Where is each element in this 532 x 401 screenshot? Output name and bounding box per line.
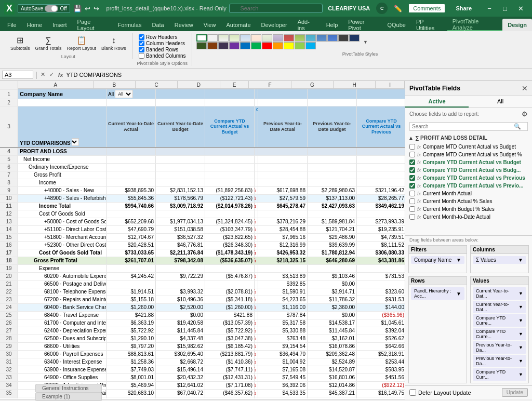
cell-28h[interactable]: $526.62 <box>357 335 405 342</box>
cell-30a[interactable]: 66000 · Payroll Expenses <box>18 351 107 358</box>
tab-home[interactable]: Home <box>22 19 47 31</box>
cell-4b[interactable] <box>107 148 156 155</box>
cell-9e[interactable]: -66.8% <box>255 187 258 194</box>
tab-qqube[interactable]: QQube <box>382 19 410 31</box>
blank-rows-button[interactable]: ↕ Blank Rows <box>99 35 128 52</box>
cell-7g[interactable] <box>308 171 357 179</box>
values-dropdown-icon[interactable]: ▼ <box>518 291 523 296</box>
pen-icon[interactable]: ✏️ <box>392 4 404 14</box>
cell-21f[interactable]: $392.85 <box>258 280 308 288</box>
cell-16f[interactable]: $12,316.99 <box>258 242 308 249</box>
cell-23d[interactable]: ($5,341.18) <box>205 296 255 303</box>
style-swatch-26[interactable] <box>305 42 316 49</box>
cell-8h[interactable] <box>357 179 405 186</box>
style-swatch-25[interactable] <box>295 42 305 49</box>
share-button[interactable]: Share <box>449 4 478 13</box>
cell-8e[interactable] <box>255 179 258 186</box>
cell-25e[interactable] <box>255 312 258 319</box>
cell-10h[interactable]: $28,265.77 <box>357 195 405 202</box>
banded-rows-checkbox-row[interactable]: Banded Rows <box>139 47 186 52</box>
pivot-search-input[interactable] <box>412 124 514 129</box>
cell-25g[interactable]: $0.00 <box>308 312 357 319</box>
style-swatch-15[interactable] <box>349 34 360 42</box>
cell-11h[interactable]: $349,462.19 <box>357 203 405 210</box>
cell-16c[interactable]: $46,776.81 <box>156 242 205 249</box>
cell-10b[interactable]: $55,845.36 <box>107 195 156 202</box>
cell-28g[interactable]: $3,162.01 <box>308 335 357 342</box>
cell-17a[interactable]: Cost Of Goods Sold Total <box>18 249 107 257</box>
cell-36c[interactable]: $110,852.00 <box>156 397 205 398</box>
cell-19c[interactable] <box>156 265 205 272</box>
cell-30f[interactable]: $36,494.70 <box>258 351 308 358</box>
cell-29g[interactable]: $16,078.86 <box>308 343 357 350</box>
cell-4f[interactable] <box>258 148 308 155</box>
rows-dropdown-icon[interactable]: ▼ <box>456 291 461 297</box>
cell-22f[interactable]: $1,590.91 <box>258 288 308 296</box>
cell-17e[interactable]: -66.9% <box>255 249 258 257</box>
cell-12d[interactable] <box>205 210 255 218</box>
cell-33a[interactable]: 64900 · Office Supplies <box>18 374 107 381</box>
cell-35c[interactable]: $67,040.72 <box>156 390 205 397</box>
style-swatch-18[interactable] <box>218 42 229 49</box>
style-swatch-7[interactable] <box>262 34 272 42</box>
pivot-field-item[interactable]: fx Current Month Actual <box>405 190 532 197</box>
cell-18a[interactable]: Gross Profit Total <box>18 257 107 264</box>
pivot-field-checkbox[interactable] <box>409 191 415 196</box>
rows-item[interactable]: PandL Hierarchy : Acc... ▼ <box>411 287 464 300</box>
tab-page-layout[interactable]: Page Layout <box>72 19 113 31</box>
cell-34f[interactable]: $6,392.06 <box>258 382 308 389</box>
cell-12c[interactable] <box>156 210 205 218</box>
cell-24h[interactable]: $144.00 <box>357 304 405 311</box>
columns-item[interactable]: Σ Values ▼ <box>473 256 526 264</box>
cell-6g[interactable] <box>308 164 357 171</box>
col-b-header[interactable]: B <box>94 81 136 89</box>
pivot-field-checkbox[interactable] <box>409 152 415 157</box>
cell-23a[interactable]: 67200 · Repairs and Maintenance <box>18 296 107 303</box>
cell-30e[interactable]: -70.7% <box>255 351 258 358</box>
cell-15d[interactable]: ($23,822.65) <box>205 234 255 241</box>
cell-30g[interactable]: $209,362.48 <box>308 351 357 358</box>
cell-31g[interactable]: $2,524.89 <box>308 358 357 366</box>
style-swatch-17[interactable] <box>207 42 218 49</box>
pivot-field-item[interactable]: fx Current Month Budget % Sales <box>405 205 532 213</box>
cell-7c[interactable] <box>156 171 205 179</box>
cell-20c[interactable]: $9,722.29 <box>156 273 205 280</box>
cell-10d[interactable]: ($122,721.43) <box>205 195 255 202</box>
cell-10a[interactable]: +48900 · Sales - Refurbishing <box>18 195 107 202</box>
cell-17d[interactable]: ($1,478,343.19) <box>205 249 255 257</box>
pivot-field-checkbox[interactable] <box>409 198 415 204</box>
cell-23b[interactable]: $5,155.18 <box>107 296 156 303</box>
cell-35b[interactable]: $20,683.10 <box>107 390 156 397</box>
cell-32a[interactable]: 63900 · Insurance Expense <box>18 366 107 373</box>
cell-11b[interactable]: $994,740.66 <box>107 203 156 210</box>
cell-9b[interactable]: $938,895.30 <box>107 187 156 194</box>
cell-27f[interactable]: $5,330.88 <box>258 327 308 335</box>
style-swatch-6[interactable] <box>251 34 261 42</box>
cell-26a[interactable]: 61700 · Computer and Internet Exper <box>18 319 107 327</box>
pivot-field-checkbox[interactable] <box>409 159 415 165</box>
cell-14a[interactable]: +51100 · Direct Labor Costs <box>18 226 107 233</box>
cell-7b[interactable] <box>107 171 156 179</box>
pivot-field-checkbox[interactable] <box>409 183 415 189</box>
cell-12h[interactable] <box>357 210 405 218</box>
cell-29h[interactable]: $642.66 <box>357 343 405 350</box>
cell-8g[interactable] <box>308 179 357 186</box>
cell-6b[interactable] <box>107 164 156 171</box>
cell-17c[interactable]: $2,211,376.84 <box>156 249 205 257</box>
cell-10g[interactable]: $137,113.00 <box>308 195 357 202</box>
cell-33d[interactable]: ($12,431.31) <box>205 374 255 381</box>
cell-20g[interactable]: $9,103.46 <box>308 273 357 280</box>
cell-14c[interactable]: $151,038.58 <box>156 226 205 233</box>
cell-28e[interactable]: -70.3% <box>255 335 258 342</box>
cell-33c[interactable]: $20,432.32 <box>156 374 205 381</box>
defer-checkbox[interactable] <box>409 389 416 396</box>
cell-18g[interactable]: $646,280.69 <box>308 257 357 264</box>
cell-29e[interactable]: -38.7% <box>255 343 258 350</box>
maximize-button[interactable]: □ <box>498 3 512 14</box>
values-dropdown-icon[interactable]: ▼ <box>518 304 523 310</box>
cell-12b[interactable] <box>107 210 156 218</box>
company-filter[interactable]: All <box>115 90 133 98</box>
cell-25h[interactable]: ($365.96) <box>357 312 405 319</box>
cell-27h[interactable]: $392.04 <box>357 327 405 335</box>
cell-21g[interactable]: $0.00 <box>308 280 357 288</box>
